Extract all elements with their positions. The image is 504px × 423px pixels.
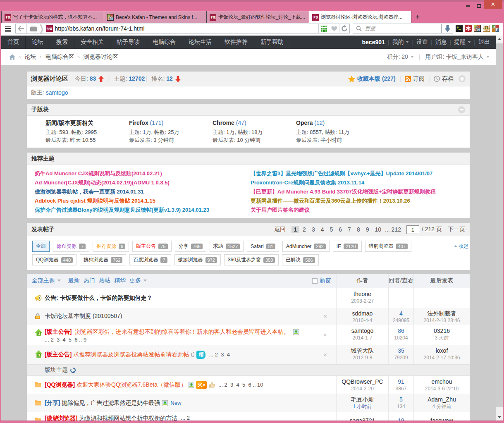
thread-title[interactable]: 求推荐浏览器及浏览器投票帖发帖前请看此帖 bbox=[73, 351, 189, 358]
recommended-link[interactable]: Proxomitron-Cre规则问题反馈收集 2013.11.14 bbox=[251, 178, 435, 187]
last-poster[interactable]: emchou bbox=[414, 376, 470, 385]
reply-count[interactable]: 19 bbox=[389, 415, 413, 421]
thread-title[interactable]: 抛除偏见，广告过滤果然还是奶牛最强 bbox=[62, 399, 160, 407]
thread-tag[interactable]: [版主公告] bbox=[45, 351, 72, 358]
collapse-subforums-button[interactable] bbox=[458, 106, 465, 113]
last-poster[interactable]: 法外制裁者 bbox=[414, 308, 470, 317]
thread-title[interactable]: 为傲游和视频网站想个折中权衡的方法 bbox=[79, 415, 177, 421]
sort-digest-link[interactable]: 精华 bbox=[114, 277, 126, 284]
browser-tab-1[interactable]: 卡饭 写了个卡饭论坛的样式，也不知算不... bbox=[1, 11, 104, 23]
tab-groups-button[interactable] bbox=[28, 24, 39, 33]
pagination-last-page-link[interactable]: ... 212 bbox=[385, 226, 401, 233]
thread-row-qqbrowser[interactable]: [QQ浏览器] 欢迎大家体验QQ浏览器7.6Beta（微信版） 火II ... … bbox=[27, 376, 470, 394]
thread-title[interactable]: 浏览器区彩蛋，进来有意想不到的惊喜等着你！新来的客人和老会员皆可进入本帖。 bbox=[75, 328, 289, 335]
window-close-button[interactable]: ✕ bbox=[484, 0, 502, 9]
pagination-page[interactable]: 4 bbox=[319, 226, 326, 233]
filter-original[interactable]: 原创资源7 bbox=[53, 241, 89, 252]
browser-scrollbar[interactable] bbox=[496, 36, 503, 421]
pagination-page[interactable]: 7 bbox=[346, 226, 353, 233]
recommended-link[interactable]: 傲游浏览器导航帖，我会一直更新 2014.01.31 bbox=[35, 187, 251, 196]
thread-author[interactable]: theone bbox=[337, 288, 388, 298]
thread-title[interactable]: 欢迎大家体验QQ浏览器7.6Beta（微信版） bbox=[76, 381, 186, 389]
sort-hotpost-link[interactable]: 热帖 bbox=[99, 277, 110, 284]
thread-row-maxthon[interactable]: [傲游浏览器] 为傲游和视频网站想个折中权衡的方法 ... 2 saga3721… bbox=[27, 412, 470, 421]
nav-item-software[interactable]: 软件推荐 bbox=[218, 36, 254, 49]
colorgrid-extension-icon[interactable] bbox=[492, 25, 499, 32]
moderator-link[interactable]: samtogo bbox=[46, 89, 68, 96]
recommended-link[interactable]: 保护伞广告过滤器Bloxy的说明及规则意见反馈帖(更新v1.3.9) 2014.… bbox=[35, 206, 251, 215]
thread-page-links[interactable]: ... 2 3 4 5 6 .. 10 bbox=[218, 382, 263, 388]
recommended-link[interactable]: 【已更新】Ad Muncher 4.93 Build 33707汉化增强版+定时… bbox=[251, 187, 435, 196]
dismiss-thread-icon[interactable]: × bbox=[323, 351, 327, 358]
scrollbar-down-button[interactable] bbox=[496, 413, 503, 421]
archive-link[interactable]: 存档 bbox=[442, 75, 454, 83]
reply-count[interactable]: 35 bbox=[389, 345, 413, 354]
window-maximize-button[interactable] bbox=[473, 2, 485, 10]
sort-hot-link[interactable]: 热门 bbox=[84, 277, 95, 284]
greasemonkey-extension-icon[interactable] bbox=[483, 25, 490, 32]
thread-author[interactable]: sddmao bbox=[337, 308, 388, 317]
thread-author[interactable]: saga3721 bbox=[337, 415, 388, 421]
subforum-link[interactable]: Opera bbox=[296, 119, 313, 126]
refresh-icon[interactable] bbox=[70, 368, 76, 373]
stylish-extension-icon[interactable]: S bbox=[474, 25, 481, 32]
pagination-page[interactable]: 10 bbox=[373, 226, 383, 233]
page-number-input[interactable] bbox=[406, 225, 419, 234]
usergroup-dropdown[interactable]: 用户组: 卡饭_来访客人 bbox=[425, 53, 490, 61]
reload-button[interactable] bbox=[339, 24, 349, 33]
thread-tag[interactable]: [分享] bbox=[45, 399, 60, 407]
new-tab-button[interactable]: + bbox=[411, 11, 424, 23]
filter-all-threads-dropdown[interactable]: 全部主题 bbox=[32, 277, 61, 284]
filter-sogou[interactable]: 搜狗浏览器762 bbox=[80, 254, 126, 265]
subforum-link[interactable]: 新闻/版本更新相关 bbox=[45, 119, 93, 126]
filter-safari[interactable]: Safari81 bbox=[247, 241, 279, 252]
filter-mod-announce[interactable]: 版主公告75 bbox=[132, 241, 171, 252]
filter-qq[interactable]: QQ浏览器440 bbox=[32, 254, 76, 265]
collapse-header-button[interactable] bbox=[459, 75, 466, 82]
thread-row-sticky-vote[interactable]: [版主公告] 求推荐浏览器及浏览器投票帖发帖前请看此帖 精 ... 2 3 4 … bbox=[27, 345, 470, 364]
collapse-filters-link[interactable]: 收起 bbox=[454, 243, 468, 250]
thread-row-announcement[interactable]: 公告: 卡饭要做什么，卡饭的路要如何走？ theone2008-2-27 bbox=[27, 288, 470, 308]
reply-count[interactable]: 91 bbox=[389, 376, 413, 385]
filter-share[interactable]: 分享766 bbox=[175, 241, 206, 252]
last-poster[interactable]: facewow bbox=[414, 415, 470, 421]
last-poster[interactable]: loxof bbox=[414, 345, 470, 354]
pagination-page[interactable]: 8 bbox=[355, 226, 362, 233]
pagination-page[interactable]: 3 bbox=[310, 226, 317, 233]
back-button[interactable] bbox=[16, 24, 27, 33]
thread-title[interactable]: 卡饭论坛基本制度 (20100507) bbox=[45, 313, 122, 320]
recommended-link[interactable]: 更新网盘插件——微云和百度云及360云盘上传的插件！2013.10.26 bbox=[251, 196, 435, 206]
dismiss-thread-icon[interactable]: × bbox=[323, 313, 327, 320]
sort-newest-link[interactable]: 最新 bbox=[68, 277, 80, 284]
nav-item-newbie[interactable]: 新手帮助 bbox=[254, 36, 290, 49]
settings-link[interactable]: 设置 bbox=[416, 38, 428, 46]
recommended-link[interactable]: Adblock Plus cjxlist 规则说明与反馈贴 2014.1.15 bbox=[35, 196, 251, 206]
pagination-next-link[interactable]: 下一页 bbox=[448, 226, 465, 233]
lastpass-extension-icon[interactable] bbox=[465, 25, 472, 32]
address-bar[interactable]: ❯ 卡饭 http://bbs.kafan.cn/forum-74-1.html bbox=[15, 24, 350, 33]
username-link[interactable]: bece901 bbox=[362, 39, 385, 45]
thread-tag[interactable]: [QQ浏览器] bbox=[45, 381, 75, 389]
subforum-link[interactable]: Chrome bbox=[213, 119, 234, 126]
sort-more-dropdown[interactable]: 更多 bbox=[129, 277, 147, 284]
filter-ie[interactable]: IE2120 bbox=[333, 241, 362, 252]
nav-item-security[interactable]: 安全相关 bbox=[74, 36, 110, 49]
logout-link[interactable]: 退出 bbox=[478, 38, 490, 46]
recommended-link[interactable]: 奶牛Ad Muncher CJX规则说明与反馈贴(2014.02.21) bbox=[35, 169, 251, 178]
nav-item-life[interactable]: 论坛生活 bbox=[182, 36, 218, 49]
pagination-back-link[interactable]: 返回 bbox=[274, 226, 286, 233]
recommended-link[interactable]: Ad Muncher(CJX规则)动态(2014.02.19)(ADMU 1.0… bbox=[35, 178, 251, 187]
thread-author[interactable]: 城管大队 bbox=[337, 345, 388, 354]
nav-item-guide[interactable]: 帖子导读 bbox=[110, 36, 146, 49]
pagination-page[interactable]: 5 bbox=[327, 226, 335, 233]
browser-tab-3[interactable]: 卡饭 卡饭论坛_最好的软件论坛_讨论_下载... bbox=[206, 11, 309, 23]
pagination-page[interactable]: 9 bbox=[364, 226, 371, 233]
credits-dropdown[interactable]: 积分: 20 bbox=[387, 53, 413, 61]
new-window-option[interactable]: 新窗 bbox=[312, 277, 331, 284]
thread-row-share[interactable]: [分享] 抛除偏见，广告过滤果然还是奶牛最强 New 毛豆小新1 小时前 513… bbox=[27, 394, 470, 412]
browser-tab-2[interactable]: S Bece's Kafan - Themes and Skins f... bbox=[104, 11, 206, 23]
favorite-forum-link[interactable]: 收藏本版 (227) bbox=[357, 75, 396, 83]
window-minimize-button[interactable] bbox=[462, 2, 473, 10]
speed-dial-button[interactable] bbox=[318, 24, 329, 33]
thread-author[interactable]: samtogo bbox=[337, 325, 388, 335]
